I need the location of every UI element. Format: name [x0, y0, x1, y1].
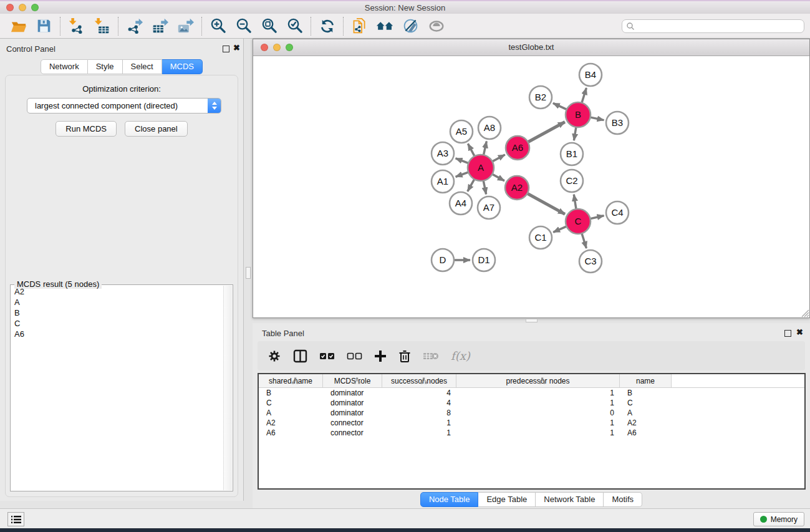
- split-divider-handle[interactable]: [246, 267, 251, 279]
- graph-node-C3[interactable]: C3: [579, 250, 602, 273]
- graph-edge-B-B1[interactable]: [574, 126, 576, 141]
- table-cell[interactable]: connector: [323, 418, 382, 427]
- table-cell[interactable]: 4: [382, 389, 456, 397]
- float-panel-icon[interactable]: [784, 330, 791, 337]
- network-from-selection-button[interactable]: [347, 16, 372, 37]
- graph-node-A4[interactable]: A4: [450, 192, 472, 215]
- table-cell[interactable]: 1: [456, 428, 620, 437]
- graph-node-B1[interactable]: B1: [561, 143, 583, 165]
- run-mcds-button[interactable]: Run MCDS: [55, 121, 117, 137]
- save-session-button[interactable]: [31, 16, 57, 37]
- column-header-MCDS-role[interactable]: MCDS role: [323, 374, 382, 387]
- zoom-in-button[interactable]: [205, 16, 231, 37]
- table-cell[interactable]: A: [259, 409, 323, 417]
- column-header-shared-name[interactable]: shared name: [259, 374, 323, 387]
- table-cell[interactable]: 1: [382, 428, 456, 437]
- mcds-result-item[interactable]: C: [11, 318, 223, 329]
- tab-select[interactable]: Select: [123, 59, 162, 74]
- graph-node-A8[interactable]: A8: [478, 117, 501, 139]
- refresh-button[interactable]: [314, 16, 340, 37]
- search-input[interactable]: [635, 21, 800, 31]
- graph-node-B3[interactable]: B3: [606, 112, 629, 134]
- export-network-button[interactable]: [122, 16, 147, 37]
- close-panel-icon[interactable]: ✖: [233, 43, 240, 53]
- table-cell[interactable]: A2: [259, 418, 323, 427]
- first-neighbors-button[interactable]: [372, 16, 398, 37]
- show-columns-icon[interactable]: [293, 349, 307, 363]
- network-canvas[interactable]: ABCA2A6A1A3A4A5A7A8B1B2B3B4C1C2C3C4DD1: [253, 56, 809, 317]
- delete-column-trash-icon[interactable]: [398, 349, 411, 363]
- network-zoom-button[interactable]: [286, 44, 293, 51]
- graph-node-A1[interactable]: A1: [432, 170, 454, 193]
- graph-node-D1[interactable]: D1: [473, 249, 495, 271]
- graph-edge-C-C2[interactable]: [574, 195, 576, 211]
- tab-style[interactable]: Style: [88, 59, 123, 74]
- table-cell[interactable]: 4: [382, 399, 456, 407]
- network-minimize-button[interactable]: [273, 44, 281, 51]
- graph-node-C2[interactable]: C2: [561, 170, 583, 192]
- table-cell[interactable]: C: [620, 399, 672, 407]
- graph-edge-C-C3[interactable]: [581, 232, 586, 248]
- zoom-selected-button[interactable]: [282, 16, 307, 37]
- float-panel-icon[interactable]: [223, 46, 229, 52]
- function-builder-icon[interactable]: f(x): [451, 349, 470, 362]
- split-divider-handle[interactable]: [526, 319, 538, 322]
- mcds-result-item[interactable]: A6: [11, 329, 223, 339]
- import-table-button[interactable]: [89, 16, 115, 37]
- graph-node-A[interactable]: A: [468, 155, 494, 181]
- table-cell[interactable]: A6: [259, 428, 323, 437]
- tab-motifs[interactable]: Motifs: [604, 492, 642, 507]
- add-column-icon[interactable]: [374, 350, 387, 362]
- graph-edge-A-A5[interactable]: [468, 143, 475, 157]
- graph-node-A5[interactable]: A5: [450, 120, 473, 143]
- graph-edge-B-B3[interactable]: [589, 117, 604, 120]
- graph-edge-A-A8[interactable]: [483, 142, 486, 157]
- graph-node-B[interactable]: B: [566, 102, 591, 127]
- criterion-dropdown[interactable]: largest connected component (directed): [27, 98, 221, 114]
- memory-button[interactable]: Memory: [753, 512, 804, 526]
- graph-node-D[interactable]: D: [432, 249, 454, 271]
- graph-node-A3[interactable]: A3: [432, 142, 454, 165]
- column-header-name[interactable]: name: [620, 374, 672, 387]
- graph-edge-A-A7[interactable]: [483, 180, 486, 195]
- table-row[interactable]: Cdominator41C: [259, 398, 804, 408]
- graph-edge-A-A3[interactable]: [456, 158, 470, 163]
- graph-edge-A-A6[interactable]: [491, 155, 505, 162]
- table-cell[interactable]: 1: [456, 399, 620, 407]
- table-cell[interactable]: 8: [382, 409, 456, 417]
- graph-edge-C-C1[interactable]: [553, 226, 567, 232]
- resize-grip-icon[interactable]: [800, 308, 809, 317]
- mcds-result-item[interactable]: A2: [11, 286, 223, 297]
- table-row[interactable]: A6connector11A6: [259, 428, 804, 438]
- graph-node-A2[interactable]: A2: [505, 176, 529, 200]
- export-image-button[interactable]: [173, 16, 198, 37]
- close-panel-icon[interactable]: ✖: [796, 327, 803, 337]
- table-row[interactable]: A2connector11A2: [259, 418, 804, 428]
- table-cell[interactable]: C: [259, 399, 323, 407]
- table-cell[interactable]: A: [620, 409, 672, 417]
- zoom-fit-button[interactable]: [256, 16, 282, 37]
- graph-edge-A6-B[interactable]: [527, 122, 565, 143]
- table-cell[interactable]: dominator: [323, 389, 382, 397]
- network-close-button[interactable]: [261, 44, 268, 51]
- mcds-result-item[interactable]: A: [11, 297, 223, 307]
- column-header-predecessor-nodes[interactable]: predecessor nodes: [456, 374, 620, 387]
- select-all-icon[interactable]: [319, 352, 335, 360]
- graph-edge-A2-C[interactable]: [526, 193, 565, 214]
- show-hide-button[interactable]: [423, 16, 449, 37]
- export-table-button[interactable]: [147, 16, 173, 37]
- table-cell[interactable]: dominator: [323, 409, 382, 417]
- deselect-all-icon[interactable]: [347, 352, 362, 360]
- graph-node-C1[interactable]: C1: [529, 226, 552, 249]
- tab-network[interactable]: Network: [41, 59, 88, 74]
- search-box[interactable]: [622, 19, 804, 33]
- tab-node-table[interactable]: Node Table: [420, 492, 479, 507]
- graph-edge-A-A1[interactable]: [456, 172, 470, 177]
- table-cell[interactable]: 0: [456, 409, 620, 417]
- graph-edge-A-A2[interactable]: [491, 173, 504, 181]
- open-session-button[interactable]: [6, 16, 31, 37]
- task-history-button[interactable]: [7, 512, 24, 526]
- table-settings-gear-icon[interactable]: [268, 349, 281, 363]
- table-row[interactable]: Bdominator41B: [259, 388, 804, 398]
- graph-node-C[interactable]: C: [566, 209, 591, 234]
